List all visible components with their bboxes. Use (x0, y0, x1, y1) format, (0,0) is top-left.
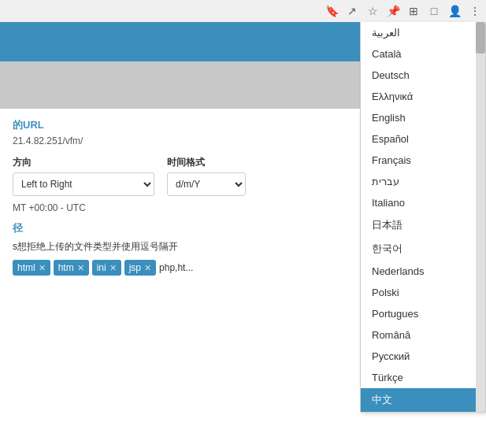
menu-icon[interactable]: ⋮ (467, 3, 483, 19)
language-dropdown: العربيةCatalàDeutschΕλληνικάEnglishEspañ… (360, 22, 486, 413)
lang-item-5[interactable]: Español (361, 128, 485, 150)
lang-item-16[interactable]: Türkçe (361, 367, 485, 388)
lang-item-13[interactable]: Portugues (361, 303, 485, 324)
tag-html-label: html (17, 262, 35, 273)
lang-item-4[interactable]: English (361, 107, 485, 128)
lang-item-15[interactable]: Русский (361, 346, 485, 367)
tag-ini-label: ini (97, 262, 106, 273)
lang-item-17[interactable]: 中文 (361, 388, 485, 412)
direction-group: 方向 Left to Right Right to Left (13, 156, 154, 196)
tag-htm-label: htm (58, 262, 74, 273)
lang-item-14[interactable]: Română (361, 324, 485, 346)
window-icon[interactable]: □ (426, 3, 442, 19)
share-icon[interactable]: ↗ (344, 3, 360, 19)
lang-item-6[interactable]: Français (361, 150, 485, 171)
lang-item-2[interactable]: Deutsch (361, 65, 485, 86)
pin-icon[interactable]: 📌 (385, 3, 401, 19)
tag-jsp: jsp ✕ (124, 260, 156, 276)
lang-item-7[interactable]: עברית (361, 171, 485, 192)
direction-label: 方向 (13, 156, 154, 169)
direction-select[interactable]: Left to Right Right to Left (13, 172, 154, 196)
user-icon[interactable]: 👤 (447, 3, 462, 19)
tag-html: html ✕ (13, 260, 50, 276)
time-label: 时间格式 (167, 156, 246, 169)
time-group: 时间格式 d/m/Y m/d/Y Y/m/d (167, 156, 246, 196)
tag-html-close[interactable]: ✕ (39, 263, 46, 273)
tag-ini: ini ✕ (92, 260, 121, 276)
lang-item-12[interactable]: Polski (361, 282, 485, 303)
top-toolbar: 🔖 ↗ ☆ 📌 ⊞ □ 👤 ⋮ (0, 0, 486, 22)
lang-item-10[interactable]: 한국어 (361, 237, 485, 261)
tag-htm-close[interactable]: ✕ (77, 263, 84, 273)
lang-item-9[interactable]: 日本語 (361, 213, 485, 237)
lang-item-8[interactable]: Italiano (361, 192, 485, 213)
bookmark-icon[interactable]: 🔖 (324, 3, 339, 19)
tabs-icon[interactable]: ⊞ (406, 3, 421, 19)
star-icon[interactable]: ☆ (365, 3, 380, 19)
lang-item-1[interactable]: Català (361, 43, 485, 65)
tag-jsp-close[interactable]: ✕ (144, 263, 151, 273)
tag-ini-close[interactable]: ✕ (109, 263, 117, 273)
tag-input[interactable] (159, 262, 222, 273)
lang-item-11[interactable]: Nederlands (361, 261, 485, 282)
tag-jsp-label: jsp (129, 262, 141, 273)
lang-item-0[interactable]: العربية (361, 22, 485, 43)
scrollbar-thumb (476, 22, 485, 54)
lang-item-3[interactable]: Ελληνικά (361, 86, 485, 107)
time-select[interactable]: d/m/Y m/d/Y Y/m/d (167, 172, 246, 196)
tag-htm: htm ✕ (54, 260, 89, 276)
scrollbar[interactable] (476, 22, 485, 412)
